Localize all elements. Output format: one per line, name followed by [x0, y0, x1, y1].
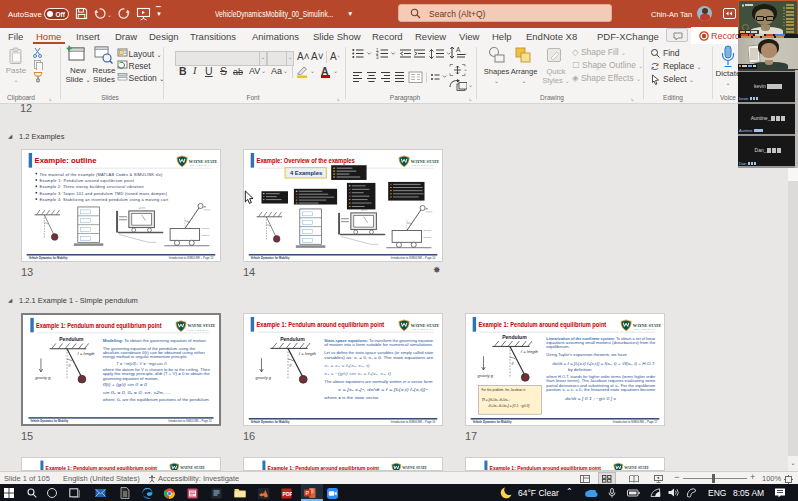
svg-text:Vehicle Dynamics for Mobility: Vehicle Dynamics for Mobility [251, 420, 290, 424]
svg-text:Example 2: Three-storey buildi: Example 2: Three-storey building structu… [39, 184, 143, 189]
svg-text:equations assuming small motio: equations assuming small motions (distur… [546, 341, 655, 345]
svg-text:Using Taylor's expansion theor: Using Taylor's expansion theorem, we hav… [546, 353, 627, 357]
svg-text:Modeling: To obtain the gover: Modeling: To obtain the governing equati… [103, 339, 207, 343]
svg-text:dx/dt = [ 0 1 ; −g/ℓ 0 ] x: dx/dt = [ 0 1 ; −g/ℓ 0 ] x [565, 397, 617, 401]
svg-text:Introduction to SIMULINK – P: Introduction to SIMULINK – Page 16 [391, 420, 436, 424]
svg-text:∇f = [∂f₁/∂x₁ ∂f₁/∂x₂ ;: ∇f = [∂f₁/∂x₁ ∂f₁/∂x₂ ; [482, 398, 511, 402]
svg-text:Example 1: Pendulum around equ: Example 1: Pendulum around equilibrium p… [36, 322, 162, 330]
svg-text:The above equations are normal: The above equations are normally written… [324, 380, 433, 384]
svg-text:where x is the state vector.: where x is the state vector. [324, 396, 379, 400]
svg-text:3: 3 [376, 55, 379, 60]
svg-text:∂f₂/∂x₁ ∂f₂/∂x₂] = [0 1; −g/ℓ: ∂f₂/∂x₁ ∂f₂/∂x₂] = [0 1; −g/ℓ 0] [488, 404, 529, 408]
svg-text:governing equation of motion,: governing equation of motion, [103, 377, 159, 381]
svg-text:where H.O.T. stands for higher: where H.O.T. stands for higher order ter… [546, 375, 655, 379]
svg-text:Example 1: Pendulum around equ: Example 1: Pendulum around equilibrium p… [39, 178, 134, 183]
svg-text:equilibrium.: equilibrium. [546, 345, 570, 349]
svg-text:than linear terms). The Jacob: than linear terms). The Jacobian require… [546, 379, 655, 383]
svg-text:of motion into a form suitable: of motion into a form suitable for numer… [324, 343, 433, 347]
svg-text:Example 1: Pendulum around equ: Example 1: Pendulum around equilibrium p… [268, 465, 379, 471]
svg-text:Example 1: Pendulum around equ: Example 1: Pendulum around equilibrium p… [490, 465, 601, 471]
svg-text:ẋ₂ = −(g/ℓ) sin x₁ = f₂(x₁, x₂: ẋ₂ = −(g/ℓ) sin x₁ = f₂(x₁, x₂, t) [323, 372, 391, 376]
svg-text:ẋ₁ = x₂ = f₁(x₁, x₂, t): ẋ₁ = x₂ = f₁(x₁, x₂, t) [323, 364, 370, 368]
svg-text:The material of the example (M: The material of the example (MATLAB Code… [39, 172, 162, 177]
svg-text:x = [x₁ x₂]ᵀ, dx/dt = f =: x = [x₁ x₂]ᵀ, dx/dt = f = [f₁(x,t) f₂(x,… [336, 388, 429, 392]
svg-text:Example 1: Pendulum around equ: Example 1: Pendulum around equilibrium p… [46, 465, 157, 471]
svg-text:Vehicle Dynamics for Mobility: Vehicle Dynamics for Mobility [30, 419, 68, 423]
svg-text:sin θₑ = 0, θₑ = 0, ±π, ±2π: sin θₑ = 0, θₑ = 0, ±π, ±2π, ... [103, 391, 171, 395]
svg-text:Example 1: Pendulum around equ: Example 1: Pendulum around equilibrium p… [479, 321, 607, 329]
svg-text:4 Examples: 4 Examples [290, 170, 323, 176]
svg-text:position x₁ = x₂ = 0, the line: position x₁ = x₂ = 0, the linearized sta… [546, 388, 655, 392]
svg-text:partial derivatives and substi: partial derivatives and substituting at … [546, 384, 656, 388]
svg-text:A: A [456, 46, 461, 53]
svg-text:Example 3: Taipei 101 and pend: Example 3: Taipei 101 and pendulum TMD (… [39, 191, 167, 196]
svg-text:PDF: PDF [283, 491, 292, 497]
svg-text:Introduction to SIMULINK – P: Introduction to SIMULINK – Page 14 [391, 256, 436, 260]
svg-text:where, θₑ are the equilibrium: where, θₑ are the equilibrium positions … [103, 398, 210, 402]
svg-text:Vehicle Dynamics for Mobility: Vehicle Dynamics for Mobility [29, 256, 68, 260]
svg-text:dx/dt = f = [f₁(x,t) f₂(x,t)]: dx/dt = f = [f₁(x,t) f₂(x,t)] = f(xₑ, t)… [552, 362, 656, 366]
svg-text:Example 1: Pendulum around equ: Example 1: Pendulum around equilibrium p… [257, 321, 385, 329]
svg-text:θ̈(t) + (g/ℓ) sin θ = 0: θ̈(t) + (g/ℓ) sin θ = 0 [103, 383, 148, 387]
svg-text:P: P [306, 490, 310, 496]
svg-text:Example 4: Stabilizing an inve: Example 4: Stabilizing an inverted pendu… [39, 197, 169, 202]
svg-text:variables) as: x₁ = θ, x₂ = θ̇: variables) as: x₁ = θ, x₂ = θ̇. The stat… [324, 356, 433, 360]
svg-text:T = ½m(ℓθ̇)², V = −mgℓ cos θ: T = ½m(ℓθ̇)², V = −mgℓ cos θ [116, 362, 167, 366]
svg-text:Vehicle Dynamics for Mobility: Vehicle Dynamics for Mobility [251, 256, 290, 260]
svg-text:Example: Overview of the examp: Example: Overview of the examples [257, 157, 355, 165]
svg-text:Introduction to SIMULINK – P: Introduction to SIMULINK – Page 17 [613, 420, 658, 424]
svg-text:State-space equations: To tra: State-space equations: To transform the … [324, 339, 433, 343]
svg-text:by definition: by definition [568, 368, 592, 372]
svg-text:Introduction to SIMULINK – P: Introduction to SIMULINK – Page 13 [169, 256, 214, 260]
svg-text:Let us define the state-space: Let us define the state-space variables … [324, 351, 433, 355]
svg-text:energy method or angular momen: energy method or angular momentum princi… [103, 355, 188, 359]
svg-text:Linearization of the nonlinear: Linearization of the nonlinear system: T… [546, 337, 655, 341]
svg-text:Introduction to SIMULINK – P: Introduction to SIMULINK – Page 15 [168, 419, 212, 423]
svg-text:Example: outline: Example: outline [35, 156, 97, 165]
svg-text:Vehicle Dynamics for Mobility: Vehicle Dynamics for Mobility [473, 420, 512, 424]
svg-text:For this problem, the Jacobian: For this problem, the Jacobian is: [482, 388, 527, 392]
